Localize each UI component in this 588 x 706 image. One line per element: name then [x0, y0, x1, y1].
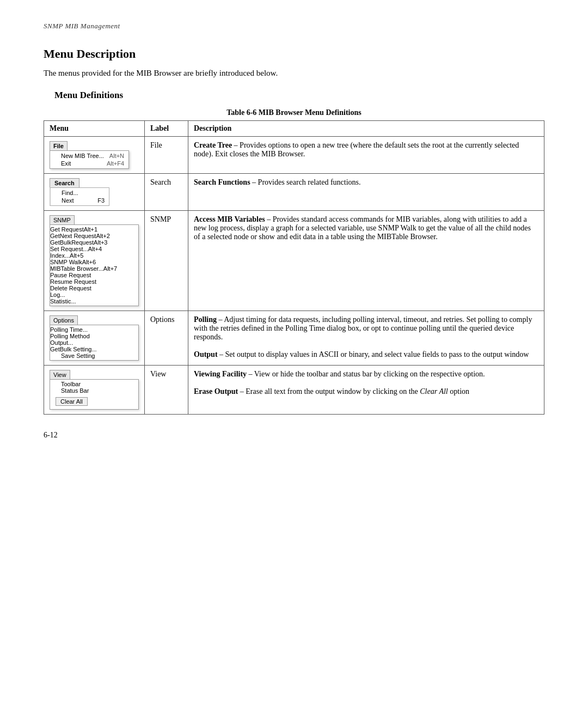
label-col-view: View	[145, 366, 188, 415]
options-menu-widget: Options Polling Time... Polling Method O…	[50, 315, 139, 361]
snmp-mibtable-browser: MIBTable Browser...Alt+7	[50, 265, 138, 272]
search-menu-widget: Search Find... NextF3	[50, 178, 109, 206]
snmp-walk: SNMP WalkAlt+6	[50, 259, 138, 265]
snmp-getbulk-request: GetBulkRequestAlt+3	[50, 239, 138, 246]
menu-col-view: View Toolbar Status Bar Clear All	[44, 366, 145, 415]
view-toolbar: Toolbar	[50, 381, 138, 387]
file-menu-dropdown: New MIB Tree...Alt+N ExitAlt+F4	[50, 150, 129, 169]
table-row: File New MIB Tree...Alt+N ExitAlt+F4 Fil…	[44, 137, 544, 174]
table-row: SNMP Get RequestAlt+1 GetNext RequestAlt…	[44, 211, 544, 311]
options-save-setting: Save Setting	[50, 352, 138, 359]
file-menu-bar: File	[50, 141, 68, 150]
snmp-get-request: Get RequestAlt+1	[50, 226, 138, 233]
col-header-menu: Menu	[44, 121, 145, 137]
desc-col-options: Polling – Adjust timing for data request…	[188, 311, 544, 366]
desc-col-search: Search Functions – Provides search relat…	[188, 174, 544, 211]
options-polling-method: Polling Method	[50, 333, 138, 339]
desc-col-file: Create Tree – Provides options to open a…	[188, 137, 544, 174]
view-menu-dropdown: Toolbar Status Bar Clear All	[50, 379, 139, 410]
table-row: Options Polling Time... Polling Method O…	[44, 311, 544, 366]
section-title: Menu Description	[44, 47, 544, 61]
options-getbulk-setting: GetBulk Setting...	[50, 346, 138, 352]
view-clearall-container: Clear All	[50, 394, 138, 408]
menu-col-snmp: SNMP Get RequestAlt+1 GetNext RequestAlt…	[44, 211, 145, 311]
options-menu-bar: Options	[50, 315, 78, 325]
table-row: View Toolbar Status Bar Clear All Vi	[44, 366, 544, 415]
page-header: SNMP MIB Management	[44, 22, 544, 31]
snmp-resume-request: Resume Request	[50, 278, 138, 285]
snmp-index: Index...Alt+5	[50, 252, 138, 259]
search-menu-bar: Search	[50, 178, 79, 187]
subsection-title: Menu Definitions	[54, 90, 544, 101]
snmp-statistic: Statistic...	[50, 298, 138, 305]
view-menu-bar: View	[50, 370, 70, 379]
menu-col-file: File New MIB Tree...Alt+N ExitAlt+F4	[44, 137, 145, 174]
view-menu-widget: View Toolbar Status Bar Clear All	[50, 370, 139, 410]
snmp-menu-dropdown: Get RequestAlt+1 GetNext RequestAlt+2 Ge…	[50, 224, 139, 306]
desc-col-snmp: Access MIB Variables – Provides standard…	[188, 211, 544, 311]
snmp-delete-request: Delete Request	[50, 285, 138, 291]
page-number: 6-12	[44, 431, 544, 440]
table-row: Search Find... NextF3 Search Search Func…	[44, 174, 544, 211]
search-menu-item-find: Find...	[51, 189, 109, 197]
snmp-menu-widget: SNMP Get RequestAlt+1 GetNext RequestAlt…	[50, 215, 139, 306]
label-col-search: Search	[145, 174, 188, 211]
desc-col-view: Viewing Facility – View or hide the tool…	[188, 366, 544, 415]
label-col-options: Options	[145, 311, 188, 366]
view-clearall-button[interactable]: Clear All	[56, 397, 88, 406]
snmp-pause-request: Pause Request	[50, 272, 138, 278]
options-output: Output...	[50, 339, 138, 346]
table-caption: Table 6-6 MIB Browser Menu Definitions	[44, 108, 544, 117]
menu-definitions-table: Menu Label Description File New MIB Tree…	[44, 120, 544, 415]
search-menu-dropdown: Find... NextF3	[50, 187, 109, 206]
col-header-label: Label	[145, 121, 188, 137]
view-statusbar: Status Bar	[50, 387, 138, 394]
file-menu-item-exit: ExitAlt+F4	[50, 160, 128, 167]
options-polling-time: Polling Time...	[50, 326, 138, 333]
file-menu-item-newmib: New MIB Tree...Alt+N	[50, 152, 128, 160]
search-menu-item-next: NextF3	[51, 197, 109, 204]
snmp-menu-bar: SNMP	[50, 215, 75, 224]
intro-text: The menus provided for the MIB Browser a…	[44, 69, 544, 78]
options-menu-dropdown: Polling Time... Polling Method Output...…	[50, 325, 139, 361]
label-col-file: File	[145, 137, 188, 174]
col-header-desc: Description	[188, 121, 544, 137]
snmp-set-request: Set Request...Alt+4	[50, 246, 138, 252]
label-col-snmp: SNMP	[145, 211, 188, 311]
snmp-getnext-request: GetNext RequestAlt+2	[50, 233, 138, 239]
menu-col-search: Search Find... NextF3	[44, 174, 145, 211]
snmp-log: Log...	[50, 291, 138, 298]
menu-col-options: Options Polling Time... Polling Method O…	[44, 311, 145, 366]
file-menu-widget: File New MIB Tree...Alt+N ExitAlt+F4	[50, 141, 129, 169]
